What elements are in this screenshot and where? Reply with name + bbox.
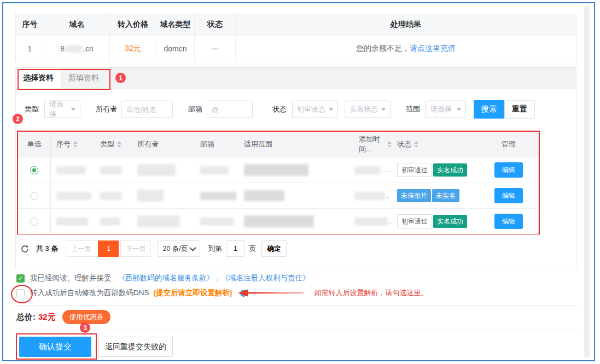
pagination-bar: 共 3 条 上一页 1 下一页 20 条/页 到第 页 确定 <box>20 240 287 257</box>
order-table-row: 1 8 .cn 32元 domcn --- 您的余额不足， 请点这里充值 <box>16 36 576 62</box>
header-time[interactable]: 添加时间... <box>353 132 392 157</box>
goto-label: 到第 <box>208 244 222 254</box>
header-email: 邮箱 <box>195 132 238 157</box>
goto-page-input[interactable] <box>226 240 244 257</box>
page-size-select[interactable]: 20 条/页 <box>158 240 200 257</box>
tab-strip: 选择资料 新填资料 1 <box>16 68 576 89</box>
profile-table: 单选 序号 类型 所有者 邮箱 适用范围 添加时间... <box>18 132 539 233</box>
chevron-down-icon <box>190 244 197 251</box>
profile-row: . 未传图片 未实名 编辑 <box>18 183 538 209</box>
radio-button[interactable] <box>30 218 38 226</box>
header-status-label: 状态 <box>397 139 411 149</box>
sort-icon[interactable] <box>414 141 418 148</box>
redacted-text <box>244 164 308 176</box>
order-row-result: 您的余额不足， 请点这里充值 <box>236 36 576 62</box>
redacted-text <box>354 192 385 200</box>
edit-button[interactable]: 编辑 <box>494 162 523 178</box>
header-index[interactable]: 序号 <box>51 132 95 157</box>
header-radio: 单选 <box>18 132 51 157</box>
header-type[interactable]: 类型 <box>95 132 132 157</box>
order-row-domain: 8 .cn <box>44 36 110 62</box>
terms-agreement-row: ✓ 我已经阅读、理解并接受 《西部数码的域名服务条款》，《域名注册人权利与责任》 <box>16 273 310 283</box>
audit-status-badge: 初审通过 <box>397 214 432 228</box>
price-bar: 总价: 32元 使用优惠券 <box>16 309 110 325</box>
filter-type-label: 类型 <box>25 104 39 114</box>
order-header-price: 转入价格 <box>110 14 156 35</box>
order-table-header: 序号 域名 转入价格 域名类型 状态 处理结果 <box>16 14 576 36</box>
order-row-status: --- <box>195 36 236 62</box>
edit-button[interactable]: 编辑 <box>494 214 523 229</box>
time-suffix: .... <box>382 166 392 174</box>
audit-status-badge: 初审通过 <box>397 163 432 177</box>
filter-email-input[interactable] <box>207 101 253 118</box>
header-index-label: 序号 <box>56 139 71 149</box>
current-page-button[interactable]: 1 <box>98 240 119 257</box>
order-header-index: 序号 <box>16 14 44 35</box>
highlight-box-table: 单选 序号 类型 所有者 邮箱 适用范围 添加时间... <box>17 131 540 234</box>
order-header-domain: 域名 <box>44 14 110 35</box>
terms-checkbox[interactable]: ✓ <box>16 274 25 283</box>
filter-realname-status-value: 实名状态 <box>349 104 378 114</box>
header-status[interactable]: 状态 <box>392 132 474 157</box>
search-button[interactable]: 搜索 <box>474 100 504 119</box>
realname-status-badge: 实名成功 <box>433 163 467 177</box>
header-time-label: 添加时间... <box>359 134 385 154</box>
tab-select-profile[interactable]: 选择资料 <box>16 68 61 89</box>
radio-button[interactable] <box>30 166 38 174</box>
recharge-link[interactable]: 请点这里充值 <box>410 44 456 54</box>
filter-owner-label: 所有者 <box>96 104 117 114</box>
filter-owner-input[interactable] <box>121 101 173 118</box>
filter-type-value: 请选择 <box>49 99 68 119</box>
profile-row: .... 初审通过 实名成功 编辑 <box>18 157 538 183</box>
dns-hint: 如需转入后设置解析，请勾选这里。 <box>314 288 428 298</box>
radio-button[interactable] <box>30 192 38 200</box>
page-size-value: 20 条/页 <box>162 244 188 254</box>
redacted-text <box>100 192 122 200</box>
redacted-text <box>354 166 381 174</box>
redacted-text <box>137 215 180 227</box>
reset-button[interactable]: 重置 <box>504 100 535 119</box>
terms-links[interactable]: 《西部数码的域名服务条款》，《域名注册人权利与责任》 <box>118 273 310 283</box>
header-owner: 所有者 <box>132 132 195 157</box>
filter-status-label: 状态 <box>272 104 287 114</box>
tab-new-profile[interactable]: 新填资料 <box>61 68 106 89</box>
use-coupon-button[interactable]: 使用优惠券 <box>62 310 111 324</box>
refresh-icon[interactable] <box>20 244 30 254</box>
divider <box>15 330 578 330</box>
checkmark-icon: ✓ <box>18 275 23 282</box>
resubmit-failed-button[interactable]: 返回重提交失败的 <box>98 337 173 357</box>
redacted-text <box>137 164 176 176</box>
filter-range-label: 范围 <box>406 104 420 114</box>
redacted-text <box>56 192 91 200</box>
prev-page-button[interactable]: 上一页 <box>66 240 96 257</box>
redacted-text <box>244 190 284 201</box>
dns-checkbox[interactable] <box>16 289 25 297</box>
dropdown-caret-icon <box>457 108 461 113</box>
confirm-submit-button[interactable]: 确认提交 <box>19 337 91 357</box>
pagination-total: 共 3 条 <box>36 244 58 254</box>
balance-warning-text: 您的余额不足， <box>356 44 410 54</box>
profile-table-header: 单选 序号 类型 所有者 邮箱 适用范围 添加时间... <box>18 132 538 157</box>
redacted-text <box>200 192 236 200</box>
sort-icon[interactable] <box>73 141 78 148</box>
order-header-result: 处理结果 <box>236 14 576 35</box>
redacted-text <box>100 166 122 174</box>
filter-audit-status-select[interactable]: 初审状态 <box>292 101 338 118</box>
filter-realname-status-select[interactable]: 实名状态 <box>345 101 391 118</box>
order-row-type: domcn <box>156 36 195 62</box>
scrollbar[interactable] <box>584 5 590 358</box>
sort-icon[interactable] <box>387 141 392 148</box>
filter-range-select[interactable]: 请选择 <box>426 101 466 118</box>
dropdown-caret-icon <box>381 108 386 113</box>
profile-row: . 初审通过 实名成功 编辑 <box>18 209 538 234</box>
redacted-text <box>354 218 388 226</box>
header-scope: 适用范围 <box>238 132 353 157</box>
dropdown-caret-icon <box>329 108 333 113</box>
sort-icon[interactable] <box>117 141 121 148</box>
next-page-button[interactable]: 下一页 <box>120 240 151 257</box>
profile-panel: 选择资料 新填资料 1 类型 请选择 所有者 邮箱 状态 初审状态 实名状态 <box>15 67 576 268</box>
edit-button[interactable]: 编辑 <box>494 188 523 203</box>
filter-type-select[interactable]: 请选择 <box>44 101 80 118</box>
redacted-text <box>200 166 229 174</box>
goto-confirm-button[interactable]: 确定 <box>261 240 287 257</box>
